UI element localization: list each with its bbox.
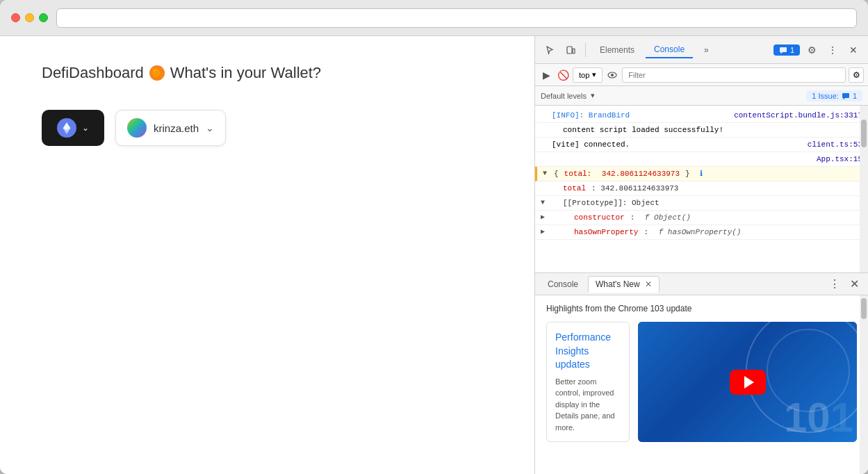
console-line: [vite] connected. client.ts:53 [535, 138, 868, 152]
eth-network-selector[interactable]: ⌄ [42, 110, 104, 146]
console-line: [INFO]: BrandBird contentScript.bundle.j… [535, 108, 868, 123]
svg-rect-6 [842, 93, 849, 98]
console-line: ▶ constructor : f Object() [535, 211, 868, 225]
account-name: krinza.eth [154, 122, 199, 134]
whats-new-panel: Console What's New ✕ ⋮ ✕ Highlights from… [535, 272, 868, 474]
account-selector[interactable]: krinza.eth ⌄ [115, 110, 226, 146]
svg-rect-3 [780, 47, 787, 52]
whats-new-tab-close[interactable]: ✕ [645, 279, 652, 289]
console-line: ▼ [[Prototype]]: Object [535, 196, 868, 211]
account-avatar [127, 118, 147, 138]
context-label: top [579, 71, 589, 79]
context-dropdown-arrow: ▾ [592, 70, 596, 79]
console-object-line: ▼ { total: 342.8061124633973 } ℹ [535, 167, 868, 181]
eye-icon [607, 72, 617, 79]
whats-new-content: Highlights from the Chrome 103 update Pe… [535, 295, 868, 474]
whats-new-scrollbar-thumb[interactable] [861, 298, 867, 319]
issues-count-label: 1 Issue: [812, 92, 839, 100]
tab-elements[interactable]: Elements [591, 42, 643, 58]
constructor-value: f Object() [645, 212, 691, 223]
devtools-top-toolbar: Elements Console » 1 ⚙ ⋮ ✕ [535, 36, 868, 64]
page-title-text: DefiDashboard [42, 64, 144, 82]
wallet-controls: ⌄ krinza.eth ⌄ [42, 110, 493, 146]
prototype-label: [[Prototype]]: Object [563, 197, 660, 209]
tab-separator [585, 43, 586, 57]
console-text: [vite] connected. [552, 139, 630, 150]
context-dropdown[interactable]: top ▾ [573, 67, 603, 83]
inspect-element-button[interactable] [541, 41, 559, 59]
ethereum-icon [57, 118, 76, 138]
info-tag: [INFO]: BrandBird [552, 110, 630, 121]
cursor-icon [545, 45, 555, 55]
devtools-menu-button[interactable]: ⋮ [824, 41, 842, 59]
object-value: 342.8061124633973 [602, 168, 680, 179]
whats-new-options-button[interactable]: ⋮ [826, 276, 843, 293]
devtools-panel: Elements Console » 1 ⚙ ⋮ ✕ ▶ 🚫 [534, 36, 868, 474]
messages-badge[interactable]: 1 [773, 44, 800, 56]
console-line: content script loaded successfully! [535, 123, 868, 138]
object-key: total: [564, 168, 596, 179]
highlights-label: Highlights from the Chrome 103 update [546, 304, 857, 313]
minimize-button[interactable] [25, 13, 34, 22]
message-icon [779, 46, 787, 54]
whats-new-video-card[interactable]: 101 [638, 322, 857, 442]
default-levels-label: Default levels [541, 92, 587, 100]
device-icon [566, 45, 575, 55]
eth-coin-icon: 🟠 [149, 65, 165, 81]
has-own-property-value: f hasOwnProperty() [659, 227, 742, 238]
device-toolbar-button[interactable] [562, 41, 580, 59]
console-toolbar: ▶ 🚫 top ▾ ⚙ [535, 64, 868, 86]
console-source-link[interactable]: contentScript.bundle.js:3317 [734, 110, 862, 121]
scrollbar-thumb[interactable] [861, 120, 867, 147]
filter-settings-button[interactable]: ⚙ [849, 67, 864, 83]
close-button[interactable] [11, 13, 20, 22]
account-dropdown-arrow: ⌄ [206, 122, 214, 133]
youtube-play-button[interactable] [730, 370, 766, 395]
version-number: 101 [784, 397, 853, 439]
svg-point-5 [611, 74, 614, 76]
console-output[interactable]: [INFO]: BrandBird contentScript.bundle.j… [535, 106, 868, 272]
console-text: content script loaded successfully! [563, 124, 723, 136]
svg-rect-1 [567, 47, 572, 54]
card-row: PerformanceInsightsupdates Better zoom c… [546, 322, 857, 442]
address-bar[interactable] [56, 8, 857, 28]
console-tab[interactable]: Console [541, 277, 585, 292]
whats-new-tab-label: What's New [596, 279, 640, 289]
console-source-link[interactable]: App.tsx:15 [817, 154, 862, 165]
badge-count: 1 [790, 46, 794, 54]
levels-dropdown-arrow: ▾ [591, 91, 595, 100]
whats-new-scrollbar[interactable] [860, 295, 868, 474]
console-scrollbar[interactable] [860, 106, 868, 272]
maximize-button[interactable] [39, 13, 48, 22]
whats-new-toolbar: Console What's New ✕ ⋮ ✕ [535, 273, 868, 295]
console-line: App.tsx:15 [535, 152, 868, 167]
eth-dropdown-arrow: ⌄ [82, 123, 89, 133]
whats-new-close-button[interactable]: ✕ [846, 276, 862, 293]
issues-message-icon [842, 92, 850, 100]
console-property: total [563, 183, 586, 194]
eye-button[interactable] [605, 68, 619, 82]
issues-badge[interactable]: 1 Issue: 1 [806, 90, 862, 101]
svg-rect-2 [573, 49, 575, 54]
console-source-link[interactable]: client.ts:53 [808, 139, 862, 150]
tab-more[interactable]: » [696, 42, 717, 58]
filter-input[interactable] [622, 67, 846, 83]
constructor-label: constructor [574, 212, 625, 223]
card-title: PerformanceInsightsupdates [555, 331, 621, 372]
info-icon[interactable]: ℹ [700, 168, 703, 179]
page-subtitle: What's in your Wallet? [170, 64, 321, 82]
browser-window: DefiDashboard 🟠 What's in your Wallet? ⌄ [0, 0, 868, 474]
block-button[interactable]: 🚫 [556, 68, 570, 82]
devtools-close-button[interactable]: ✕ [844, 41, 862, 59]
console-line: total : 342.8061124633973 [535, 181, 868, 196]
page-title: DefiDashboard 🟠 What's in your Wallet? [42, 64, 493, 82]
whats-new-tab[interactable]: What's New ✕ [588, 276, 660, 293]
whats-new-text-card: PerformanceInsightsupdates Better zoom c… [546, 322, 630, 442]
execute-button[interactable]: ▶ [539, 68, 553, 82]
card-description: Better zoom control, improved display in… [555, 376, 621, 434]
console-line: ▶ hasOwnProperty : f hasOwnProperty() [535, 225, 868, 240]
tab-console[interactable]: Console [646, 42, 693, 58]
webpage: DefiDashboard 🟠 What's in your Wallet? ⌄ [0, 36, 534, 474]
settings-button[interactable]: ⚙ [803, 41, 821, 59]
title-bar [0, 0, 868, 36]
